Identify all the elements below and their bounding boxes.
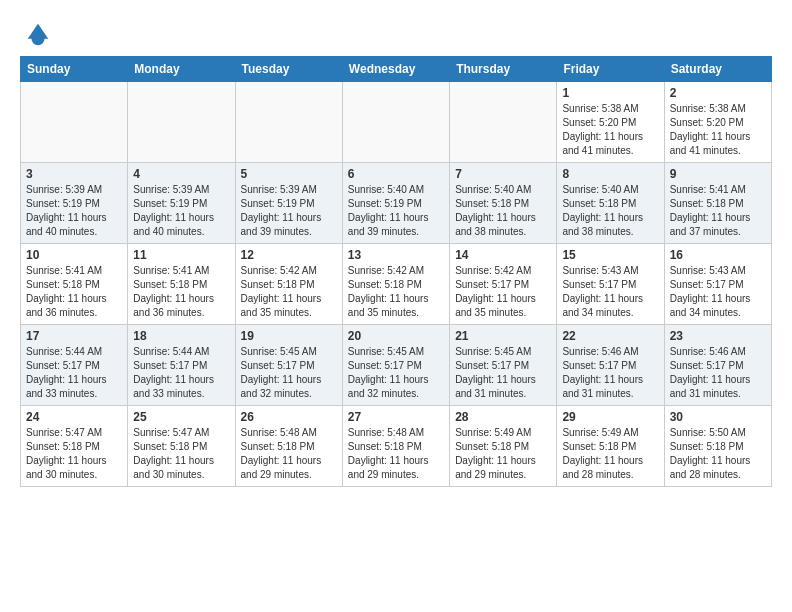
day-cell: 29Sunrise: 5:49 AM Sunset: 5:18 PM Dayli…: [557, 406, 664, 487]
day-number: 10: [26, 248, 122, 262]
day-cell: 18Sunrise: 5:44 AM Sunset: 5:17 PM Dayli…: [128, 325, 235, 406]
day-number: 13: [348, 248, 444, 262]
day-info: Sunrise: 5:47 AM Sunset: 5:18 PM Dayligh…: [133, 426, 229, 482]
day-info: Sunrise: 5:40 AM Sunset: 5:18 PM Dayligh…: [562, 183, 658, 239]
day-number: 22: [562, 329, 658, 343]
day-number: 28: [455, 410, 551, 424]
day-cell: [450, 82, 557, 163]
day-info: Sunrise: 5:40 AM Sunset: 5:18 PM Dayligh…: [455, 183, 551, 239]
day-number: 3: [26, 167, 122, 181]
day-info: Sunrise: 5:39 AM Sunset: 5:19 PM Dayligh…: [241, 183, 337, 239]
day-info: Sunrise: 5:44 AM Sunset: 5:17 PM Dayligh…: [133, 345, 229, 401]
day-cell: 5Sunrise: 5:39 AM Sunset: 5:19 PM Daylig…: [235, 163, 342, 244]
day-cell: [342, 82, 449, 163]
day-info: Sunrise: 5:38 AM Sunset: 5:20 PM Dayligh…: [562, 102, 658, 158]
day-info: Sunrise: 5:49 AM Sunset: 5:18 PM Dayligh…: [562, 426, 658, 482]
day-cell: 15Sunrise: 5:43 AM Sunset: 5:17 PM Dayli…: [557, 244, 664, 325]
day-cell: 30Sunrise: 5:50 AM Sunset: 5:18 PM Dayli…: [664, 406, 771, 487]
logo-icon: [24, 20, 52, 48]
day-cell: 13Sunrise: 5:42 AM Sunset: 5:18 PM Dayli…: [342, 244, 449, 325]
day-number: 15: [562, 248, 658, 262]
week-row: 17Sunrise: 5:44 AM Sunset: 5:17 PM Dayli…: [21, 325, 772, 406]
day-info: Sunrise: 5:46 AM Sunset: 5:17 PM Dayligh…: [562, 345, 658, 401]
day-info: Sunrise: 5:43 AM Sunset: 5:17 PM Dayligh…: [562, 264, 658, 320]
day-number: 8: [562, 167, 658, 181]
weekday-header: Friday: [557, 57, 664, 82]
day-info: Sunrise: 5:44 AM Sunset: 5:17 PM Dayligh…: [26, 345, 122, 401]
day-number: 19: [241, 329, 337, 343]
weekday-header: Wednesday: [342, 57, 449, 82]
day-cell: 7Sunrise: 5:40 AM Sunset: 5:18 PM Daylig…: [450, 163, 557, 244]
day-number: 23: [670, 329, 766, 343]
day-info: Sunrise: 5:40 AM Sunset: 5:19 PM Dayligh…: [348, 183, 444, 239]
day-number: 2: [670, 86, 766, 100]
weekday-header: Monday: [128, 57, 235, 82]
day-cell: 23Sunrise: 5:46 AM Sunset: 5:17 PM Dayli…: [664, 325, 771, 406]
day-cell: 21Sunrise: 5:45 AM Sunset: 5:17 PM Dayli…: [450, 325, 557, 406]
weekday-header: Tuesday: [235, 57, 342, 82]
day-number: 6: [348, 167, 444, 181]
header: [20, 16, 772, 48]
day-number: 11: [133, 248, 229, 262]
week-row: 1Sunrise: 5:38 AM Sunset: 5:20 PM Daylig…: [21, 82, 772, 163]
day-cell: 16Sunrise: 5:43 AM Sunset: 5:17 PM Dayli…: [664, 244, 771, 325]
day-cell: 22Sunrise: 5:46 AM Sunset: 5:17 PM Dayli…: [557, 325, 664, 406]
day-info: Sunrise: 5:49 AM Sunset: 5:18 PM Dayligh…: [455, 426, 551, 482]
calendar-table: SundayMondayTuesdayWednesdayThursdayFrid…: [20, 56, 772, 487]
day-number: 20: [348, 329, 444, 343]
day-cell: 25Sunrise: 5:47 AM Sunset: 5:18 PM Dayli…: [128, 406, 235, 487]
day-number: 4: [133, 167, 229, 181]
day-info: Sunrise: 5:39 AM Sunset: 5:19 PM Dayligh…: [133, 183, 229, 239]
day-cell: 3Sunrise: 5:39 AM Sunset: 5:19 PM Daylig…: [21, 163, 128, 244]
weekday-header: Thursday: [450, 57, 557, 82]
day-cell: 24Sunrise: 5:47 AM Sunset: 5:18 PM Dayli…: [21, 406, 128, 487]
day-number: 29: [562, 410, 658, 424]
day-number: 21: [455, 329, 551, 343]
day-number: 30: [670, 410, 766, 424]
day-number: 9: [670, 167, 766, 181]
day-info: Sunrise: 5:50 AM Sunset: 5:18 PM Dayligh…: [670, 426, 766, 482]
day-number: 16: [670, 248, 766, 262]
day-number: 7: [455, 167, 551, 181]
day-number: 14: [455, 248, 551, 262]
day-number: 26: [241, 410, 337, 424]
day-number: 27: [348, 410, 444, 424]
day-info: Sunrise: 5:42 AM Sunset: 5:17 PM Dayligh…: [455, 264, 551, 320]
day-cell: 9Sunrise: 5:41 AM Sunset: 5:18 PM Daylig…: [664, 163, 771, 244]
day-cell: 28Sunrise: 5:49 AM Sunset: 5:18 PM Dayli…: [450, 406, 557, 487]
day-cell: 14Sunrise: 5:42 AM Sunset: 5:17 PM Dayli…: [450, 244, 557, 325]
day-number: 17: [26, 329, 122, 343]
weekday-header: Saturday: [664, 57, 771, 82]
day-number: 18: [133, 329, 229, 343]
day-info: Sunrise: 5:48 AM Sunset: 5:18 PM Dayligh…: [348, 426, 444, 482]
day-info: Sunrise: 5:45 AM Sunset: 5:17 PM Dayligh…: [241, 345, 337, 401]
day-info: Sunrise: 5:39 AM Sunset: 5:19 PM Dayligh…: [26, 183, 122, 239]
day-info: Sunrise: 5:47 AM Sunset: 5:18 PM Dayligh…: [26, 426, 122, 482]
day-info: Sunrise: 5:41 AM Sunset: 5:18 PM Dayligh…: [670, 183, 766, 239]
day-cell: 8Sunrise: 5:40 AM Sunset: 5:18 PM Daylig…: [557, 163, 664, 244]
day-cell: 12Sunrise: 5:42 AM Sunset: 5:18 PM Dayli…: [235, 244, 342, 325]
day-cell: [128, 82, 235, 163]
header-row: SundayMondayTuesdayWednesdayThursdayFrid…: [21, 57, 772, 82]
day-cell: 20Sunrise: 5:45 AM Sunset: 5:17 PM Dayli…: [342, 325, 449, 406]
day-info: Sunrise: 5:42 AM Sunset: 5:18 PM Dayligh…: [241, 264, 337, 320]
day-cell: 19Sunrise: 5:45 AM Sunset: 5:17 PM Dayli…: [235, 325, 342, 406]
day-info: Sunrise: 5:45 AM Sunset: 5:17 PM Dayligh…: [348, 345, 444, 401]
day-number: 12: [241, 248, 337, 262]
day-info: Sunrise: 5:38 AM Sunset: 5:20 PM Dayligh…: [670, 102, 766, 158]
page: SundayMondayTuesdayWednesdayThursdayFrid…: [0, 0, 792, 497]
svg-point-1: [31, 32, 44, 45]
day-info: Sunrise: 5:41 AM Sunset: 5:18 PM Dayligh…: [26, 264, 122, 320]
day-number: 25: [133, 410, 229, 424]
day-info: Sunrise: 5:41 AM Sunset: 5:18 PM Dayligh…: [133, 264, 229, 320]
day-cell: 27Sunrise: 5:48 AM Sunset: 5:18 PM Dayli…: [342, 406, 449, 487]
day-number: 24: [26, 410, 122, 424]
day-cell: 11Sunrise: 5:41 AM Sunset: 5:18 PM Dayli…: [128, 244, 235, 325]
day-number: 1: [562, 86, 658, 100]
day-cell: 2Sunrise: 5:38 AM Sunset: 5:20 PM Daylig…: [664, 82, 771, 163]
day-cell: 6Sunrise: 5:40 AM Sunset: 5:19 PM Daylig…: [342, 163, 449, 244]
day-info: Sunrise: 5:45 AM Sunset: 5:17 PM Dayligh…: [455, 345, 551, 401]
day-cell: [21, 82, 128, 163]
day-info: Sunrise: 5:43 AM Sunset: 5:17 PM Dayligh…: [670, 264, 766, 320]
day-cell: 4Sunrise: 5:39 AM Sunset: 5:19 PM Daylig…: [128, 163, 235, 244]
